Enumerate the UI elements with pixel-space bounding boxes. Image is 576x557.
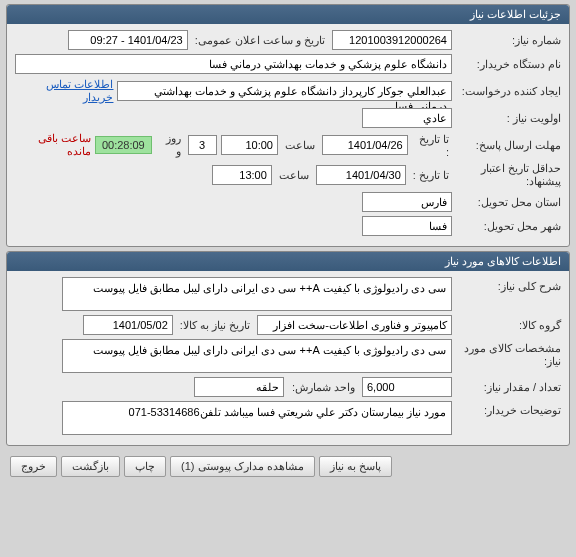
unit-label: واحد شمارش: xyxy=(288,381,358,394)
priority-label: اولویت نیاز : xyxy=(456,112,561,125)
validity-date: 1401/04/30 xyxy=(316,165,406,185)
panel-details-header: جزئیات اطلاعات نیاز xyxy=(7,5,569,24)
province-value: فارس xyxy=(362,192,452,212)
org-value: دانشگاه علوم پزشکي و خدمات بهداشتي درمان… xyxy=(15,54,452,74)
validity-to-label: تا تاریخ : xyxy=(410,169,452,182)
announce-value: 1401/04/23 - 09:27 xyxy=(68,30,188,50)
province-label: استان محل تحویل: xyxy=(456,196,561,209)
group-value: کامپیوتر و فناوری اطلاعات-سخت افزار xyxy=(257,315,452,335)
remaining-label: ساعت باقی مانده xyxy=(15,132,91,158)
days-remaining: 3 xyxy=(188,135,217,155)
back-button[interactable]: بازگشت xyxy=(61,456,120,477)
city-value: فسا xyxy=(362,216,452,236)
announce-label: تاریخ و ساعت اعلان عمومی: xyxy=(192,34,328,47)
deadline-label: مهلت ارسال پاسخ: xyxy=(456,139,561,152)
deadline-date: 1401/04/26 xyxy=(322,135,408,155)
validity-label: حداقل تاریخ اعتبار پیشنهاد: xyxy=(456,162,561,188)
city-label: شهر محل تحویل: xyxy=(456,220,561,233)
exit-button[interactable]: خروج xyxy=(10,456,57,477)
creator-value: عبدالعلي جوکار کارپرداز دانشگاه علوم پزش… xyxy=(117,81,452,101)
creator-label: ایجاد کننده درخواست: xyxy=(456,85,561,98)
desc-value: سی دی رادیولوژی با کیفیت A++ سی دی ایران… xyxy=(62,277,452,311)
days-and-label: روز و xyxy=(156,132,184,158)
spec-value: سی دی رادیولوژی با کیفیت A++ سی دی ایران… xyxy=(62,339,452,373)
note-value: مورد نیاز بیمارستان دکتر علي شریعتي فسا … xyxy=(62,401,452,435)
countdown-badge: 00:28:09 xyxy=(95,136,152,154)
spec-label: مشخصات کالای مورد نیاز: xyxy=(456,339,561,368)
qty-value: 6,000 xyxy=(362,377,452,397)
unit-value: حلقه xyxy=(194,377,284,397)
deadline-time-label: ساعت xyxy=(282,139,318,152)
qty-label: تعداد / مقدار نیاز: xyxy=(456,381,561,394)
priority-value: عادي xyxy=(362,108,452,128)
validity-time-label: ساعت xyxy=(276,169,312,182)
to-date-label: تا تاریخ : xyxy=(412,133,452,158)
buyer-contact-link[interactable]: اطلاعات تماس خریدار xyxy=(15,78,113,104)
view-attachments-button[interactable]: مشاهده مدارک پیوستی (1) xyxy=(170,456,315,477)
org-label: نام دستگاه خریدار: xyxy=(456,58,561,71)
print-button[interactable]: چاپ xyxy=(124,456,166,477)
need-date-value: 1401/05/02 xyxy=(83,315,173,335)
deadline-time: 10:00 xyxy=(221,135,278,155)
desc-label: شرح کلی نیاز: xyxy=(456,277,561,293)
group-label: گروه کالا: xyxy=(456,319,561,332)
validity-time: 13:00 xyxy=(212,165,272,185)
reply-button[interactable]: پاسخ به نیاز xyxy=(319,456,392,477)
panel-items-header: اطلاعات کالاهای مورد نیاز xyxy=(7,252,569,271)
need-date-label: تاریخ نیاز به کالا: xyxy=(177,319,253,332)
need-no-label: شماره نیاز: xyxy=(456,34,561,47)
need-no-value: 1201003912000264 xyxy=(332,30,452,50)
note-label: توضیحات خریدار: xyxy=(456,401,561,417)
